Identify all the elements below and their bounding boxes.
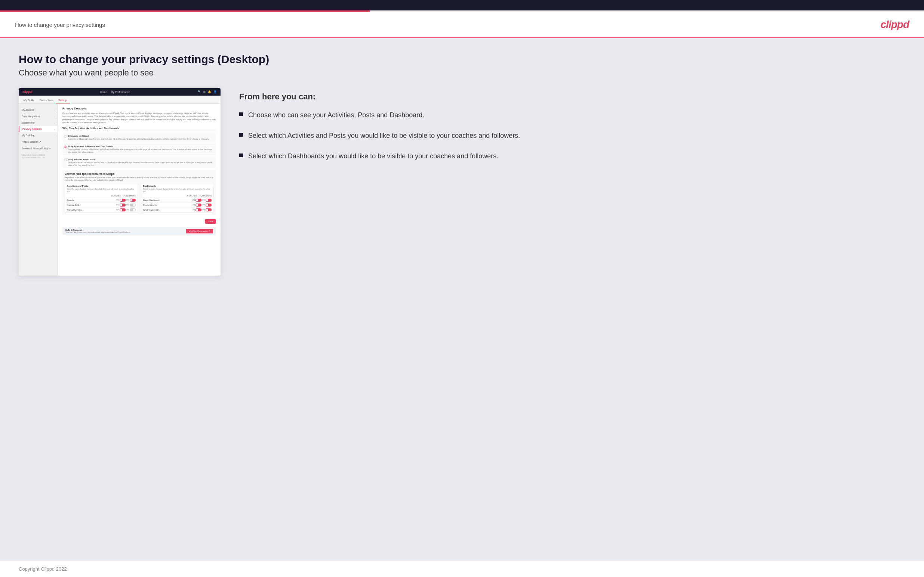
from-here-title: From here you can:	[239, 92, 905, 102]
header-title: How to change your privacy settings	[15, 22, 105, 28]
mockup-feature-desc: Regardless of the privacy controls that …	[65, 176, 214, 182]
mockup-nav: clippd Home My Performance 🔍 ⊞ 🔔 👤	[19, 88, 221, 96]
mockup-tab-settings[interactable]: Settings	[56, 98, 70, 103]
mockup-sidebar: My Account › Data Integrations › Subscri…	[19, 104, 58, 276]
mockup-row-round-insights: Round Insights ON ON	[141, 203, 214, 208]
mockup-nav-logo: clippd	[23, 90, 32, 94]
mockup-section-title: Privacy Controls	[62, 107, 216, 110]
mockup-radio-approved[interactable]: Only Approved Followers and Your Coach O…	[62, 144, 216, 155]
mockup-main-panel: Privacy Controls Control how you and you…	[58, 104, 221, 276]
mockup-sidebar-item-golfbag[interactable]: My Golf Bag ›	[19, 132, 58, 139]
mockup-feature-title: Show or hide specific features in Clippd	[65, 172, 214, 175]
mockup-save-button[interactable]: Save	[205, 219, 216, 224]
mockup-table-dashboards: Dashboards Select the types of activity …	[141, 183, 214, 213]
mockup-row-player-dash: Player Dashboard ON ON	[141, 198, 214, 203]
bullet-square	[239, 153, 243, 157]
top-bar	[0, 0, 924, 12]
mockup-sidebar-item-help[interactable]: Help & Support ↗	[19, 139, 58, 145]
toggle-player-followers[interactable]	[205, 199, 212, 201]
mockup-help-section: Help & Support Visit our Clippd communit…	[62, 227, 216, 235]
toggle-insights-followers[interactable]	[205, 203, 212, 206]
page-subheading: Choose what you want people to see	[19, 68, 905, 78]
mockup-sidebar-item-subscription[interactable]: Subscription ›	[19, 119, 58, 126]
bullet-text-2: Select which Activities and Posts you wo…	[248, 131, 520, 140]
toggle-work-followers[interactable]	[205, 208, 212, 211]
footer: Copyright Clippd 2022	[0, 561, 924, 577]
bullet-square	[239, 133, 243, 137]
mockup-table-activities: Activities and Posts Select the types of…	[65, 183, 138, 213]
toggle-rounds-followers[interactable]	[130, 199, 136, 201]
bullet-item-1: Choose who can see your Activities, Post…	[239, 111, 905, 120]
page-heading: How to change your privacy settings (Des…	[19, 53, 905, 66]
mockup-radio-everyone[interactable]: Everyone on Clippd Everyone on Clippd ca…	[62, 133, 216, 142]
mockup-row-what-to-work: What To Work On ON ON	[141, 208, 214, 213]
mockup-row-manual: Manual Activities ON ON	[65, 208, 137, 213]
mockup-section-desc: Control how you and your data appears to…	[62, 112, 216, 124]
chevron-icon: ›	[54, 122, 55, 124]
mockup-tables-row: Activities and Posts Select the types of…	[65, 183, 214, 213]
mockup-visibility-title: Who Can See Your Activities and Dashboar…	[62, 127, 216, 131]
mockup-row-rounds: Rounds ON ON	[65, 198, 137, 203]
top-bar-accent	[0, 10, 924, 12]
mockup-tab-connections[interactable]: Connections	[37, 98, 56, 103]
radio-circle-selected	[64, 146, 66, 148]
toggle-manual-followers[interactable]	[130, 208, 136, 211]
bullet-item-2: Select which Activities and Posts you wo…	[239, 131, 905, 140]
bullet-list: Choose who can see your Activities, Post…	[239, 111, 905, 161]
header: How to change your privacy settings clip…	[0, 12, 924, 38]
mockup-tab-profile[interactable]: My Profile	[21, 98, 37, 103]
mockup-tabs: My Profile Connections Settings	[19, 96, 221, 104]
bullet-text-3: Select which Dashboards you would like t…	[248, 152, 498, 161]
mockup-sidebar-item-privacy-policy[interactable]: Service & Privacy Policy ↗	[19, 145, 58, 152]
toggle-player-coaches[interactable]	[195, 199, 202, 201]
mockup-row-practice: Practice Drills ON ON	[65, 203, 137, 208]
chevron-icon: ›	[54, 134, 55, 137]
mockup-radio-group: Everyone on Clippd Everyone on Clippd ca…	[62, 133, 216, 168]
screenshot-container: clippd Home My Performance 🔍 ⊞ 🔔 👤 My Pr…	[19, 88, 221, 276]
toggle-manual-coaches[interactable]	[120, 208, 126, 211]
mockup-radio-only-you[interactable]: Only You and Your Coach Only you and the…	[62, 157, 216, 168]
right-panel: From here you can: Choose who can see yo…	[239, 88, 905, 161]
mockup-save-row: Save	[62, 218, 216, 226]
mockup-sidebar-item-privacy[interactable]: Privacy Controls ›	[19, 126, 58, 132]
bullet-square	[239, 113, 243, 116]
toggle-work-coaches[interactable]	[195, 208, 202, 211]
toggle-rounds-coaches[interactable]	[120, 199, 126, 201]
mockup: clippd Home My Performance 🔍 ⊞ 🔔 👤 My Pr…	[19, 88, 221, 276]
bullet-item-3: Select which Dashboards you would like t…	[239, 152, 905, 161]
footer-text: Copyright Clippd 2022	[19, 566, 67, 572]
logo: clippd	[880, 19, 909, 31]
radio-circle	[64, 159, 66, 161]
bullet-text-1: Choose who can see your Activities, Post…	[248, 111, 424, 120]
content-row: clippd Home My Performance 🔍 ⊞ 🔔 👤 My Pr…	[19, 88, 905, 276]
mockup-sidebar-item-account[interactable]: My Account ›	[19, 107, 58, 113]
radio-circle	[64, 135, 66, 138]
chevron-icon: ›	[54, 128, 55, 131]
toggle-practice-followers[interactable]	[130, 203, 136, 206]
chevron-icon: ›	[54, 115, 55, 118]
mockup-feature-section: Show or hide specific features in Clippd…	[62, 170, 216, 215]
mockup-nav-links: Home My Performance	[100, 91, 130, 93]
mockup-body: My Account › Data Integrations › Subscri…	[19, 104, 221, 276]
toggle-insights-coaches[interactable]	[195, 203, 202, 206]
mockup-nav-right: 🔍 ⊞ 🔔 👤	[198, 90, 217, 93]
mockup-sidebar-version: Clippd Client Version: 2022.8.2SQL Serve…	[19, 152, 58, 161]
mockup-sidebar-item-data[interactable]: Data Integrations ›	[19, 113, 58, 119]
chevron-icon: ›	[54, 109, 55, 111]
main-content: How to change your privacy settings (Des…	[0, 38, 924, 561]
toggle-practice-coaches[interactable]	[120, 203, 126, 206]
mockup-visit-button[interactable]: Visit Our Community ↗	[186, 229, 213, 234]
